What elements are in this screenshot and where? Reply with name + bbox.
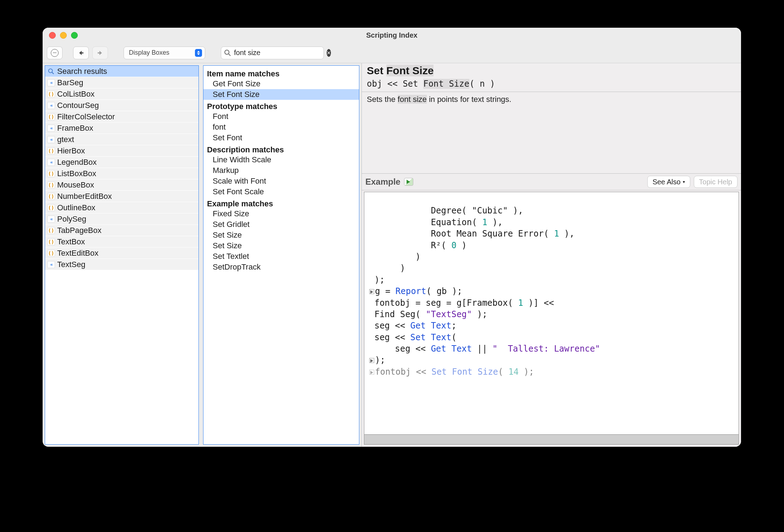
sidebar-item[interactable]: ()FilterColSelector	[45, 111, 198, 123]
results-item[interactable]: Set Font	[207, 132, 355, 143]
sidebar-item-label: ContourSeg	[57, 101, 99, 110]
sidebar-item[interactable]: «LegendBox	[45, 157, 198, 168]
run-line-icon[interactable]	[369, 358, 374, 363]
results-item[interactable]: Set Font Size	[203, 89, 359, 100]
svg-point-2	[225, 50, 229, 54]
window-title: Scripting Index	[366, 31, 417, 39]
angle-icon: «	[47, 79, 55, 86]
sidebar-item-label: TextSeg	[57, 260, 86, 269]
chevron-down-icon: ▾	[683, 179, 685, 184]
nav-back-button[interactable]	[73, 47, 89, 59]
angle-icon: «	[47, 125, 55, 132]
sidebar-header-row[interactable]: Search results	[45, 66, 198, 77]
example-code[interactable]: Degree( "Cubic" ), Equation( 1 ), Root M…	[364, 192, 739, 435]
window: Scripting Index Display Boxes ✕	[43, 28, 741, 447]
results-item[interactable]: Set Textlet	[207, 251, 355, 262]
paren-icon: ()	[47, 238, 55, 245]
arrow-right-icon	[97, 50, 103, 56]
paren-icon: ()	[47, 147, 55, 154]
results-section-header: Description matches	[207, 145, 355, 154]
svg-line-3	[229, 54, 230, 56]
results-item[interactable]: Markup	[207, 165, 355, 176]
example-toolbar: Example See Also▾ Topic Help	[362, 174, 741, 190]
sidebar-item[interactable]: ()OutlineBox	[45, 202, 198, 213]
sidebar-item[interactable]: ()HierBox	[45, 145, 198, 157]
angle-icon: «	[47, 216, 55, 223]
results-pane[interactable]: Item name matches Get Font Size Set Font…	[203, 65, 359, 445]
angle-icon: «	[47, 159, 55, 166]
sidebar-item-label: HierBox	[57, 146, 85, 156]
sidebar-item[interactable]: ()NumberEditBox	[45, 191, 198, 202]
paren-icon: ()	[47, 204, 55, 211]
angle-icon: «	[47, 102, 55, 109]
minimize-window-button[interactable]	[60, 32, 67, 39]
results-item[interactable]: SetDropTrack	[207, 262, 355, 272]
sidebar-item[interactable]: «PolySeg	[45, 213, 198, 225]
detail-description: Sets the font size in points for text st…	[362, 92, 741, 174]
detail-title: Set Font Size	[367, 65, 736, 77]
run-example-button[interactable]	[404, 178, 413, 186]
detail-pane: Set Font Size obj << Set Font Size( n ) …	[361, 63, 741, 447]
collapse-button[interactable]	[47, 47, 62, 59]
paren-icon: ()	[47, 250, 55, 257]
sidebar-item-label: FilterColSelector	[57, 112, 115, 121]
sidebar-item-label: MouseBox	[57, 180, 94, 190]
results-item[interactable]: Line Width Scale	[207, 154, 355, 165]
run-line-icon[interactable]	[369, 370, 374, 375]
category-select[interactable]: Display Boxes	[124, 47, 205, 59]
toolbar: Display Boxes ✕	[43, 43, 741, 63]
search-box[interactable]: ✕	[221, 47, 324, 59]
paren-icon: ()	[47, 181, 55, 189]
close-window-button[interactable]	[49, 32, 56, 39]
sidebar-item[interactable]: «BarSeg	[45, 77, 198, 88]
sidebar-item-label: gtext	[57, 135, 74, 144]
sidebar-item-label: ListBoxBox	[57, 169, 96, 178]
results-item[interactable]: Font	[207, 111, 355, 122]
sidebar-header-label: Search results	[57, 67, 107, 76]
topic-help-button[interactable]: Topic Help	[694, 176, 737, 188]
angle-icon: «	[47, 136, 55, 143]
nav-forward-button[interactable]	[92, 47, 108, 59]
sidebar-item[interactable]: «TextSeg	[45, 259, 198, 270]
sidebar-item-label: LegendBox	[57, 158, 97, 167]
sidebar-item[interactable]: ()ListBoxBox	[45, 168, 198, 179]
paren-icon: ()	[47, 91, 55, 98]
sidebar-pane[interactable]: Search results «BarSeg ()ColListBox «Con…	[45, 65, 199, 445]
paren-icon: ()	[47, 193, 55, 200]
svg-point-4	[49, 69, 53, 72]
see-also-button[interactable]: See Also▾	[647, 176, 690, 188]
titlebar: Scripting Index	[43, 28, 741, 43]
results-section-header: Example matches	[207, 199, 355, 208]
zoom-window-button[interactable]	[71, 32, 78, 39]
detail-header: Set Font Size obj << Set Font Size( n )	[362, 63, 741, 92]
clear-search-button[interactable]: ✕	[327, 49, 331, 57]
angle-icon: «	[47, 261, 55, 268]
category-select-label: Display Boxes	[129, 49, 169, 56]
sidebar-item-label: NumberEditBox	[57, 192, 112, 201]
sidebar-item[interactable]: «FrameBox	[45, 123, 198, 134]
search-icon	[224, 49, 231, 57]
sidebar-item-label: OutlineBox	[57, 203, 96, 212]
results-item[interactable]: Set Size	[207, 240, 355, 251]
minus-circle-icon	[51, 49, 59, 57]
run-line-icon[interactable]	[369, 289, 374, 294]
arrow-left-icon	[78, 50, 84, 56]
search-input[interactable]	[234, 49, 324, 57]
results-item[interactable]: Get Font Size	[207, 78, 355, 89]
sidebar-item[interactable]: ()TabPageBox	[45, 225, 198, 236]
svg-rect-0	[81, 52, 83, 53]
results-item[interactable]: Set Font Scale	[207, 186, 355, 197]
sidebar-item[interactable]: «ContourSeg	[45, 100, 198, 111]
results-item[interactable]: Scale with Font	[207, 176, 355, 186]
sidebar-item[interactable]: ()TextBox	[45, 236, 198, 248]
sidebar-item-label: BarSeg	[57, 78, 83, 87]
sidebar-item[interactable]: ()ColListBox	[45, 88, 198, 100]
results-item[interactable]: Set Size	[207, 230, 355, 240]
results-item[interactable]: font	[207, 122, 355, 132]
sidebar-item[interactable]: ()TextEditBox	[45, 248, 198, 259]
results-item[interactable]: Fixed Size	[207, 208, 355, 219]
sidebar-item[interactable]: ()MouseBox	[45, 179, 198, 191]
sidebar-item-label: TabPageBox	[57, 226, 102, 235]
sidebar-item[interactable]: «gtext	[45, 134, 198, 145]
results-item[interactable]: Set Gridlet	[207, 219, 355, 230]
